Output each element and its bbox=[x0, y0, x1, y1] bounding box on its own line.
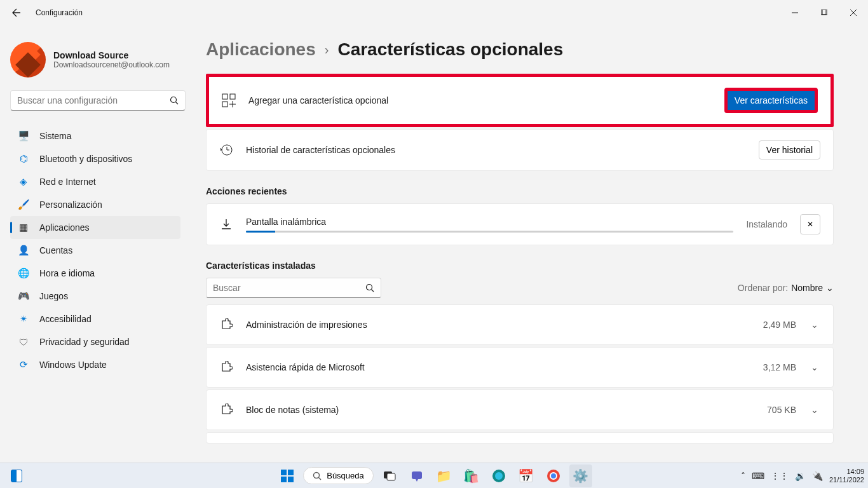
add-icon bbox=[222, 93, 236, 107]
svg-rect-9 bbox=[222, 102, 227, 107]
tray-wifi-icon[interactable]: ⋮⋮ bbox=[771, 471, 789, 481]
sidebar-item-label: Juegos bbox=[39, 291, 68, 301]
feature-search-input[interactable] bbox=[213, 283, 365, 293]
avatar bbox=[10, 42, 46, 78]
task-view-button[interactable] bbox=[378, 464, 401, 487]
sidebar-item-time[interactable]: 🌐Hora e idioma bbox=[10, 262, 180, 285]
chrome-button[interactable] bbox=[542, 464, 565, 487]
cancel-install-button[interactable]: ✕ bbox=[800, 214, 820, 234]
sidebar-item-network[interactable]: ◈Red e Internet bbox=[10, 170, 180, 193]
taskbar-search[interactable]: Búsqueda bbox=[303, 467, 374, 484]
feature-row-partial[interactable] bbox=[206, 432, 834, 444]
filter-row: Ordenar por: Nombre ⌄ bbox=[206, 278, 834, 298]
history-label: Historial de características opcionales bbox=[246, 145, 746, 155]
widgets-button[interactable] bbox=[6, 466, 27, 486]
download-icon bbox=[219, 217, 233, 231]
puzzle-icon bbox=[219, 318, 233, 332]
highlight-annotation: Agregar una característica opcional Ver … bbox=[206, 74, 834, 127]
taskbar-clock[interactable]: 14:09 21/11/2022 bbox=[829, 468, 864, 484]
sidebar-item-label: Hora e idioma bbox=[39, 268, 95, 278]
sidebar-item-gaming[interactable]: 🎮Juegos bbox=[10, 285, 180, 308]
minimize-button[interactable] bbox=[780, 0, 810, 25]
search-icon bbox=[365, 283, 374, 292]
main-content: Aplicaciones › Características opcionale… bbox=[197, 25, 868, 463]
sort-label: Ordenar por: bbox=[738, 283, 788, 293]
svg-rect-1 bbox=[821, 10, 826, 15]
sidebar-item-label: Sistema bbox=[39, 131, 72, 141]
sidebar-item-system[interactable]: 🖥️Sistema bbox=[10, 125, 180, 147]
calendar-button[interactable]: 📅 bbox=[515, 464, 538, 487]
maximize-button[interactable] bbox=[810, 0, 839, 25]
svg-rect-18 bbox=[288, 477, 294, 482]
sidebar-item-label: Cuentas bbox=[39, 245, 72, 255]
history-card: Historial de características opcionales … bbox=[206, 129, 834, 171]
recent-section-title: Acciones recientes bbox=[206, 186, 834, 196]
search-box[interactable] bbox=[10, 90, 186, 111]
feature-row[interactable]: Administración de impresiones 2,49 MB ⌄ bbox=[206, 304, 834, 345]
sidebar-item-label: Privacidad y seguridad bbox=[39, 337, 130, 347]
chevron-down-icon: ⌄ bbox=[826, 283, 834, 293]
taskbar-search-label: Búsqueda bbox=[327, 471, 364, 480]
window-title: Configuración bbox=[36, 8, 83, 17]
svg-rect-17 bbox=[281, 477, 287, 482]
breadcrumb-parent[interactable]: Aplicaciones bbox=[206, 39, 316, 60]
sort-value: Nombre bbox=[791, 283, 823, 293]
sync-icon: ⟳ bbox=[18, 359, 29, 370]
sidebar-item-accessibility[interactable]: ✴Accesibilidad bbox=[10, 308, 180, 330]
feature-name: Asistencia rápida de Microsoft bbox=[246, 362, 750, 372]
settings-button[interactable]: ⚙️ bbox=[569, 464, 592, 487]
sidebar-item-label: Accesibilidad bbox=[39, 314, 92, 324]
chevron-right-icon: › bbox=[325, 43, 329, 57]
tray-icons: ˄ ⌨ ⋮⋮ 🔉 🔌 bbox=[741, 471, 823, 481]
sidebar: Download Source Downloadsourcenet@outloo… bbox=[0, 25, 197, 463]
sidebar-item-privacy[interactable]: 🛡Privacidad y seguridad bbox=[10, 330, 180, 353]
feature-search[interactable] bbox=[206, 278, 381, 298]
profile-block[interactable]: Download Source Downloadsourcenet@outloo… bbox=[10, 33, 197, 90]
tray-volume-icon[interactable]: 🔉 bbox=[795, 471, 806, 481]
sidebar-item-update[interactable]: ⟳Windows Update bbox=[10, 353, 180, 376]
progress-status: Instalando bbox=[746, 219, 787, 229]
svg-point-13 bbox=[367, 285, 372, 290]
globe-icon: 🌐 bbox=[18, 268, 29, 279]
add-feature-label: Agregar una característica opcional bbox=[248, 95, 712, 105]
close-button[interactable] bbox=[839, 0, 868, 25]
tray-battery-icon[interactable]: 🔌 bbox=[812, 471, 823, 481]
shield-icon: 🛡 bbox=[18, 336, 29, 348]
search-input[interactable] bbox=[17, 95, 170, 105]
view-history-button[interactable]: Ver historial bbox=[759, 140, 820, 159]
start-button[interactable] bbox=[276, 464, 299, 487]
breadcrumb: Aplicaciones › Características opcionale… bbox=[206, 39, 834, 60]
search-icon bbox=[170, 96, 179, 105]
svg-point-25 bbox=[495, 472, 503, 480]
sort-dropdown[interactable]: Ordenar por: Nombre ⌄ bbox=[738, 283, 834, 293]
edge-button[interactable] bbox=[487, 464, 510, 487]
feature-size: 705 KB bbox=[767, 405, 796, 415]
progress-card: Pantalla inalámbrica Instalando ✕ bbox=[206, 203, 834, 245]
sidebar-item-personalization[interactable]: 🖌️Personalización bbox=[10, 193, 180, 216]
svg-rect-7 bbox=[222, 94, 227, 99]
explorer-button[interactable]: 📁 bbox=[433, 464, 456, 487]
feature-row[interactable]: Asistencia rápida de Microsoft 3,12 MB ⌄ bbox=[206, 347, 834, 388]
back-button[interactable] bbox=[6, 3, 27, 23]
chevron-down-icon: ⌄ bbox=[809, 362, 820, 372]
gamepad-icon: 🎮 bbox=[18, 290, 29, 302]
sidebar-nav: 🖥️Sistema ⌬Bluetooth y dispositivos ◈Red… bbox=[10, 125, 197, 376]
sidebar-item-bluetooth[interactable]: ⌬Bluetooth y dispositivos bbox=[10, 147, 180, 170]
feature-row[interactable]: Bloc de notas (sistema) 705 KB ⌄ bbox=[206, 390, 834, 430]
apps-icon: ▦ bbox=[18, 222, 29, 233]
sidebar-item-label: Aplicaciones bbox=[39, 222, 90, 233]
tray-chevron-icon[interactable]: ˄ bbox=[741, 471, 745, 481]
chevron-down-icon: ⌄ bbox=[809, 320, 820, 330]
person-icon: 👤 bbox=[18, 245, 29, 256]
progress-feature-name: Pantalla inalámbrica bbox=[246, 217, 733, 227]
feature-name: Administración de impresiones bbox=[246, 320, 750, 330]
tray-keyboard-icon[interactable]: ⌨ bbox=[752, 471, 764, 481]
store-button[interactable]: 🛍️ bbox=[460, 464, 483, 487]
view-features-button[interactable]: Ver características bbox=[724, 88, 818, 113]
monitor-icon: 🖥️ bbox=[18, 130, 29, 142]
sidebar-item-apps[interactable]: ▦Aplicaciones bbox=[10, 216, 180, 239]
sidebar-item-accounts[interactable]: 👤Cuentas bbox=[10, 239, 180, 262]
chevron-down-icon: ⌄ bbox=[809, 405, 820, 415]
progress-bar bbox=[246, 231, 733, 233]
chat-button[interactable] bbox=[405, 464, 428, 487]
